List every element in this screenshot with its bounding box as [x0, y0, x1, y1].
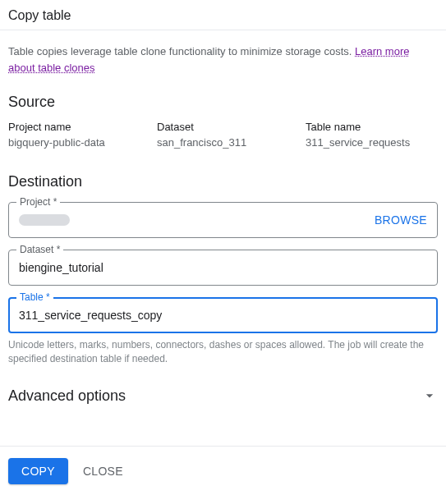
advanced-options-toggle[interactable]: Advanced options — [8, 387, 438, 405]
dialog-title: Copy table — [8, 8, 438, 23]
dataset-field[interactable] — [8, 250, 438, 286]
source-grid: Project name bigquery-public-data Datase… — [8, 121, 438, 149]
source-project-label: Project name — [8, 121, 140, 133]
source-heading: Source — [8, 94, 438, 111]
source-project-value: bigquery-public-data — [8, 136, 140, 149]
source-table-label: Table name — [306, 121, 438, 133]
source-dataset-label: Dataset — [157, 121, 289, 133]
table-input[interactable] — [19, 309, 427, 322]
project-value-redacted — [19, 214, 70, 226]
dialog-footer: COPY CLOSE — [0, 446, 446, 496]
table-helper-text: Unicode letters, marks, numbers, connect… — [8, 338, 438, 366]
table-field-label: Table * — [16, 291, 53, 303]
description-text: Table copies leverage table clone functi… — [8, 44, 438, 76]
source-dataset-value: san_francisco_311 — [157, 136, 289, 149]
project-field-label: Project * — [16, 196, 60, 208]
close-button[interactable]: CLOSE — [83, 465, 123, 478]
description-body: Table copies leverage table clone functi… — [8, 45, 355, 57]
copy-button[interactable]: COPY — [8, 458, 68, 484]
destination-heading: Destination — [8, 173, 438, 190]
dataset-field-label: Dataset * — [16, 244, 63, 255]
chevron-down-icon — [421, 387, 438, 404]
advanced-options-label: Advanced options — [8, 387, 126, 405]
dataset-input[interactable] — [19, 261, 427, 274]
browse-button[interactable]: BROWSE — [375, 213, 427, 227]
source-table-value: 311_service_requests — [306, 136, 438, 149]
table-field[interactable] — [8, 297, 438, 333]
project-field[interactable]: BROWSE — [8, 202, 438, 238]
